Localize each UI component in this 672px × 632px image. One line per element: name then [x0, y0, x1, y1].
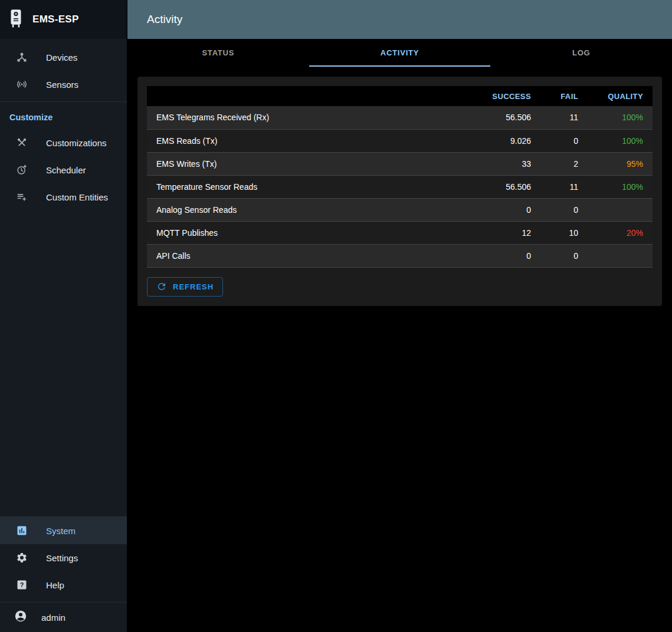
header-success: SUCCESS	[470, 86, 540, 106]
cell-quality: 95%	[588, 152, 653, 175]
sidebar-item-customizations[interactable]: Customizations	[0, 129, 127, 156]
help-icon: ?	[15, 579, 28, 591]
tab-log[interactable]: LOG	[490, 39, 672, 67]
cell-name: EMS Writes (Tx)	[147, 152, 470, 175]
sidebar-item-system[interactable]: System	[0, 517, 127, 544]
activity-card: SUCCESS FAIL QUALITY EMS Telegrams Recei…	[137, 77, 662, 306]
sidebar-item-devices[interactable]: Devices	[0, 44, 127, 71]
account-circle-icon	[14, 610, 27, 625]
sidebar-spacer	[0, 210, 127, 513]
custom-entities-icon	[15, 191, 28, 203]
cell-quality: 20%	[588, 221, 653, 244]
sidebar-nav-main: Devices Sensors	[0, 39, 127, 98]
cell-success: 56.506	[470, 175, 540, 198]
cell-success: 0	[470, 198, 540, 221]
cell-name: EMS Telegrams Received (Rx)	[147, 106, 470, 129]
cell-quality	[588, 244, 653, 267]
sidebar-item-label: Sensors	[46, 80, 78, 90]
app-root: EMS-ESP Devices	[0, 0, 672, 632]
cell-name: Analog Sensor Reads	[147, 198, 470, 221]
cell-name: MQTT Publishes	[147, 221, 470, 244]
refresh-icon	[156, 281, 167, 292]
tab-activity[interactable]: ACTIVITY	[309, 39, 491, 67]
sidebar-item-label: System	[46, 526, 76, 536]
cell-success: 12	[470, 221, 540, 244]
scheduler-icon	[15, 164, 28, 176]
app-logo-icon	[8, 8, 24, 31]
sensors-icon	[15, 78, 28, 90]
refresh-button-label: REFRESH	[173, 282, 214, 291]
activity-table-body: EMS Telegrams Received (Rx)56.50611100%E…	[147, 106, 653, 267]
sidebar-item-label: Custom Entities	[46, 192, 108, 202]
cell-fail: 0	[540, 129, 588, 152]
devices-icon	[15, 51, 28, 63]
header-name	[147, 86, 470, 106]
table-row: Analog Sensor Reads00	[147, 198, 653, 221]
table-row: MQTT Publishes121020%	[147, 221, 653, 244]
sidebar-item-label: Settings	[46, 553, 78, 563]
cell-name: Temperature Sensor Reads	[147, 175, 470, 198]
sidebar-user[interactable]: admin	[0, 603, 127, 632]
cell-fail: 2	[540, 152, 588, 175]
sidebar-nav-bottom: System Settings ? Help	[0, 517, 127, 598]
activity-table: SUCCESS FAIL QUALITY EMS Telegrams Recei…	[147, 86, 653, 268]
tab-status[interactable]: STATUS	[127, 39, 309, 67]
cell-quality: 100%	[588, 175, 653, 198]
cell-fail: 10	[540, 221, 588, 244]
sidebar: EMS-ESP Devices	[0, 0, 127, 632]
tab-bar: STATUS ACTIVITY LOG	[127, 39, 672, 67]
sidebar-nav-customize: Customizations Scheduler	[0, 129, 127, 210]
sidebar-header: EMS-ESP	[0, 0, 127, 39]
sidebar-item-label: Help	[46, 580, 64, 590]
page-title: Activity	[147, 13, 182, 26]
table-row: EMS Writes (Tx)33295%	[147, 152, 653, 175]
system-icon	[15, 525, 28, 536]
svg-text:?: ?	[20, 581, 24, 588]
app-title: EMS-ESP	[32, 14, 79, 25]
cell-quality: 100%	[588, 129, 653, 152]
sidebar-item-settings[interactable]: Settings	[0, 544, 127, 571]
cell-success: 9.026	[470, 129, 540, 152]
cell-fail: 11	[540, 106, 588, 129]
gear-icon	[15, 552, 28, 564]
table-row: Temperature Sensor Reads56.50611100%	[147, 175, 653, 198]
customize-section-header: Customize	[0, 102, 127, 129]
activity-table-head: SUCCESS FAIL QUALITY	[147, 86, 653, 106]
cell-name: API Calls	[147, 244, 470, 267]
table-row: API Calls00	[147, 244, 653, 267]
table-header-row: SUCCESS FAIL QUALITY	[147, 86, 653, 106]
table-row: EMS Telegrams Received (Rx)56.50611100%	[147, 106, 653, 129]
cell-success: 33	[470, 152, 540, 175]
cell-fail: 11	[540, 175, 588, 198]
cell-success: 56.506	[470, 106, 540, 129]
cell-success: 0	[470, 244, 540, 267]
customizations-icon	[15, 137, 28, 149]
cell-name: EMS Reads (Tx)	[147, 129, 470, 152]
refresh-button[interactable]: REFRESH	[147, 277, 223, 297]
sidebar-item-label: Scheduler	[46, 165, 86, 175]
sidebar-item-help[interactable]: ? Help	[0, 571, 127, 598]
header-fail: FAIL	[540, 86, 588, 106]
sidebar-item-label: Devices	[46, 52, 77, 62]
cell-fail: 0	[540, 244, 588, 267]
sidebar-item-sensors[interactable]: Sensors	[0, 71, 127, 98]
user-name: admin	[41, 613, 65, 623]
cell-quality	[588, 198, 653, 221]
appbar: Activity	[127, 0, 672, 39]
sidebar-item-scheduler[interactable]: Scheduler	[0, 156, 127, 183]
sidebar-item-custom-entities[interactable]: Custom Entities	[0, 183, 127, 210]
cell-quality: 100%	[588, 106, 653, 129]
table-row: EMS Reads (Tx)9.0260100%	[147, 129, 653, 152]
header-quality: QUALITY	[588, 86, 653, 106]
sidebar-item-label: Customizations	[46, 138, 107, 148]
cell-fail: 0	[540, 198, 588, 221]
main-area: Activity STATUS ACTIVITY LOG SUCCESS FAI…	[127, 0, 672, 632]
